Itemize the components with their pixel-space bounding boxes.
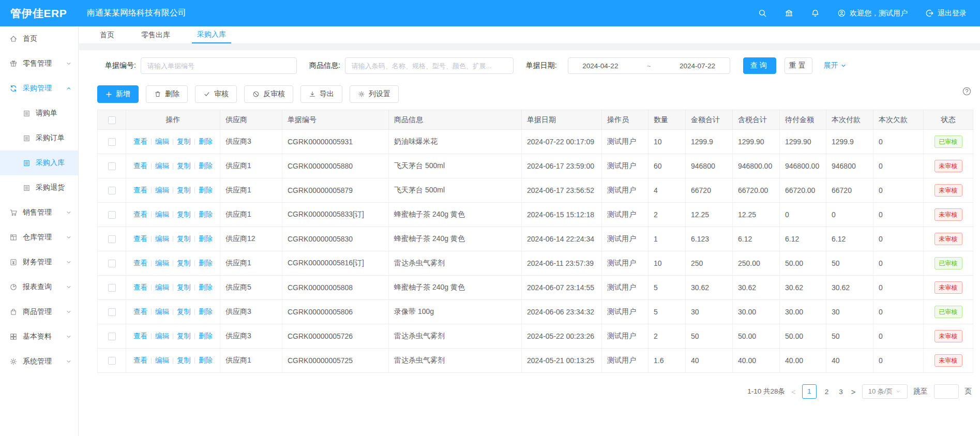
audit-button[interactable]: 审核 (195, 85, 237, 103)
sidebar-item-retail[interactable]: 零售管理 (0, 51, 78, 76)
sidebar-item-goods[interactable]: 商品管理 (0, 299, 78, 324)
org-icon[interactable] (785, 9, 793, 18)
notification-bell-icon[interactable] (811, 9, 820, 18)
view-link[interactable]: 查看 (133, 308, 147, 315)
row-checkbox[interactable] (108, 333, 116, 340)
search-button[interactable]: 查询 (743, 57, 776, 74)
reset-button[interactable]: 重置 (785, 57, 812, 74)
row-checkbox[interactable] (108, 138, 116, 146)
date-from-value[interactable]: 2024-04-22 (582, 62, 618, 70)
copy-link[interactable]: 复制 (177, 308, 191, 315)
edit-link[interactable]: 编辑 (155, 356, 169, 364)
help-icon[interactable] (962, 86, 972, 96)
row-checkbox[interactable] (108, 187, 116, 194)
copy-link[interactable]: 复制 (177, 235, 191, 243)
action-divider (194, 309, 195, 315)
copy-link[interactable]: 复制 (177, 186, 191, 194)
date-to-value[interactable]: 2024-07-22 (680, 62, 715, 70)
copy-link[interactable]: 复制 (177, 211, 191, 218)
sidebar-item-reports[interactable]: 报表查询 (0, 275, 78, 299)
next-page-icon[interactable]: > (851, 387, 856, 396)
view-link[interactable]: 查看 (133, 235, 147, 243)
search-icon[interactable] (758, 9, 767, 18)
logout-button[interactable]: 退出登录 (925, 9, 967, 18)
delete-link[interactable]: 删除 (199, 283, 213, 291)
sidebar-item-system[interactable]: 系统管理 (0, 349, 78, 374)
sidebar-item-purchase-order[interactable]: 采购订单 (0, 126, 78, 151)
tab-retail-outbound[interactable]: 零售出库 (136, 26, 175, 43)
row-checkbox[interactable] (108, 357, 116, 365)
unaudit-button[interactable]: 反审核 (244, 85, 293, 103)
date-range-picker[interactable]: 2024-04-22 ~ 2024-07-22 (568, 57, 730, 74)
welcome-user[interactable]: 欢迎您，测试用户 (837, 9, 908, 18)
sidebar-item-purchase[interactable]: 采购管理 (0, 76, 78, 101)
edit-link[interactable]: 编辑 (155, 283, 169, 291)
select-all-checkbox[interactable] (108, 116, 116, 124)
copy-link[interactable]: 复制 (177, 138, 191, 145)
sidebar-item-purchase-return[interactable]: 采购退货 (0, 175, 78, 200)
edit-link[interactable]: 编辑 (155, 308, 169, 315)
edit-link[interactable]: 编辑 (155, 259, 169, 267)
view-link[interactable]: 查看 (133, 356, 147, 364)
edit-link[interactable]: 编辑 (155, 162, 169, 170)
page-2[interactable]: 2 (823, 388, 831, 396)
delete-link[interactable]: 删除 (199, 259, 213, 267)
copy-link[interactable]: 复制 (177, 283, 191, 291)
jump-page-input[interactable] (934, 384, 959, 399)
view-link[interactable]: 查看 (133, 186, 147, 194)
doc-no-input[interactable] (141, 57, 297, 74)
export-button[interactable]: 导出 (300, 85, 342, 103)
view-link[interactable]: 查看 (133, 283, 147, 291)
expand-toggle[interactable]: 展开 (824, 61, 847, 70)
copy-link[interactable]: 复制 (177, 162, 191, 170)
operator-cell: 测试用户 (602, 130, 649, 154)
row-checkbox[interactable] (108, 162, 116, 170)
sidebar-item-home[interactable]: 首页 (0, 26, 78, 51)
delete-link[interactable]: 删除 (199, 235, 213, 243)
qty-cell: 5 (649, 300, 686, 324)
row-checkbox[interactable] (108, 308, 116, 316)
sidebar-item-warehouse[interactable]: 仓库管理 (0, 225, 78, 250)
delete-link[interactable]: 删除 (199, 356, 213, 364)
page-3[interactable]: 3 (837, 388, 845, 396)
sidebar-item-purchase-inbound[interactable]: 采购入库 (0, 151, 78, 175)
row-checkbox[interactable] (108, 235, 116, 243)
row-checkbox[interactable] (108, 211, 116, 219)
view-link[interactable]: 查看 (133, 162, 147, 170)
column-settings-button[interactable]: 列设置 (350, 85, 399, 103)
delete-button[interactable]: 删除 (146, 85, 188, 103)
edit-link[interactable]: 编辑 (155, 138, 169, 145)
edit-link[interactable]: 编辑 (155, 186, 169, 194)
view-link[interactable]: 查看 (133, 211, 147, 218)
tab-home[interactable]: 首页 (95, 26, 119, 43)
view-link[interactable]: 查看 (133, 138, 147, 145)
copy-link[interactable]: 复制 (177, 259, 191, 267)
sidebar-item-sales[interactable]: 销售管理 (0, 200, 78, 225)
copy-link[interactable]: 复制 (177, 332, 191, 340)
view-link[interactable]: 查看 (133, 332, 147, 340)
delete-link[interactable]: 删除 (199, 211, 213, 218)
sidebar-item-finance[interactable]: 财务管理 (0, 250, 78, 275)
edit-link[interactable]: 编辑 (155, 211, 169, 218)
delete-link[interactable]: 删除 (199, 138, 213, 145)
tab-purchase-inbound[interactable]: 采购入库 (192, 26, 231, 43)
edit-link[interactable]: 编辑 (155, 235, 169, 243)
delete-link[interactable]: 删除 (199, 186, 213, 194)
copy-link[interactable]: 复制 (177, 356, 191, 364)
goods-info-input[interactable] (345, 57, 514, 74)
row-checkbox[interactable] (108, 260, 116, 267)
row-checkbox[interactable] (108, 284, 116, 292)
amount-tax-cell: 250.00 (733, 251, 780, 276)
add-button[interactable]: 新增 (97, 85, 139, 103)
page-1[interactable]: 1 (802, 384, 817, 399)
operator-cell: 测试用户 (602, 300, 649, 324)
delete-link[interactable]: 删除 (199, 332, 213, 340)
delete-link[interactable]: 删除 (199, 308, 213, 315)
page-size-select[interactable]: 10 条/页 (862, 384, 908, 399)
edit-link[interactable]: 编辑 (155, 332, 169, 340)
delete-link[interactable]: 删除 (199, 162, 213, 170)
view-link[interactable]: 查看 (133, 259, 147, 267)
sidebar-item-purchase-request[interactable]: 请购单 (0, 101, 78, 126)
sidebar-item-basic-data[interactable]: 基本资料 (0, 324, 78, 349)
prev-page-icon[interactable]: < (791, 387, 796, 396)
